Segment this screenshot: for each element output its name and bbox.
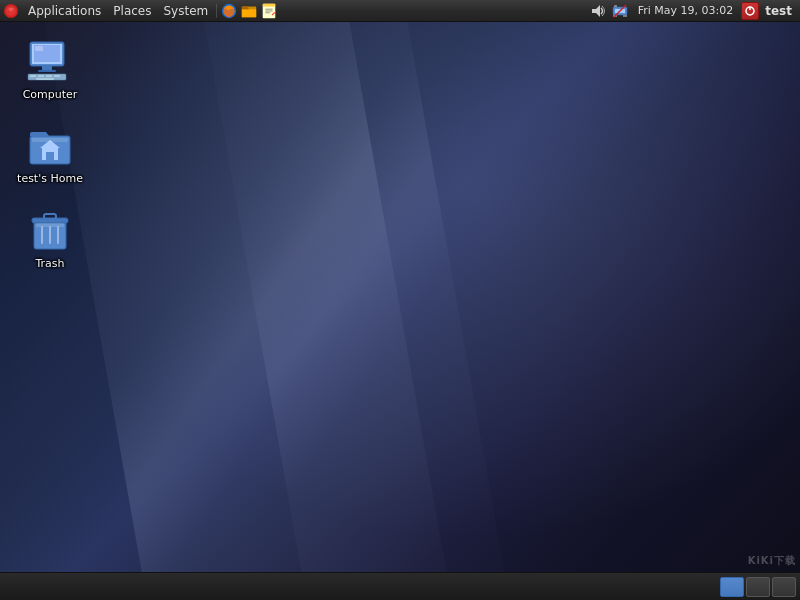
svg-rect-38 — [44, 214, 56, 219]
svg-rect-24 — [35, 46, 43, 51]
workspace-switcher — [720, 577, 796, 597]
workspace-3[interactable] — [772, 577, 796, 597]
taskbar-right: Fri May 19, 03:02 test — [588, 0, 800, 21]
svg-rect-22 — [42, 66, 52, 70]
trash-icon[interactable]: Trash — [10, 201, 90, 275]
svg-rect-23 — [38, 70, 56, 72]
bottom-taskbar — [0, 572, 800, 600]
workspace-1[interactable] — [720, 577, 744, 597]
svg-rect-15 — [614, 5, 617, 7]
svg-marker-10 — [592, 5, 600, 17]
gnome-foot-icon[interactable] — [0, 0, 22, 22]
svg-rect-42 — [36, 223, 64, 227]
computer-icon[interactable]: Computer — [10, 32, 90, 106]
volume-icon[interactable] — [588, 1, 608, 21]
desktop: Computer test's Home — [0, 22, 800, 600]
svg-rect-30 — [36, 78, 54, 80]
svg-rect-28 — [46, 75, 52, 77]
workspace-2[interactable] — [746, 577, 770, 597]
system-menu[interactable]: System — [157, 0, 214, 22]
computer-icon-image — [26, 36, 74, 84]
trash-icon-image — [26, 205, 74, 253]
power-button[interactable] — [741, 2, 759, 20]
top-taskbar: Applications Places System — [0, 0, 800, 22]
datetime-display: Fri May 19, 03:02 — [632, 4, 740, 17]
desktop-icons-container: Computer test's Home — [10, 32, 90, 275]
texteditor-icon[interactable] — [259, 1, 279, 21]
svg-rect-34 — [46, 152, 54, 160]
svg-rect-26 — [30, 75, 36, 77]
trash-label: Trash — [35, 257, 64, 271]
watermark: KiKi下载 — [748, 554, 796, 568]
filemanager-icon[interactable] — [239, 1, 259, 21]
home-label: test's Home — [17, 172, 83, 186]
home-icon[interactable]: test's Home — [10, 116, 90, 190]
applications-menu[interactable]: Applications — [22, 0, 107, 22]
firefox-icon[interactable] — [219, 1, 239, 21]
home-icon-image — [26, 120, 74, 168]
svg-rect-27 — [38, 75, 44, 77]
computer-label: Computer — [23, 88, 78, 102]
svg-rect-29 — [54, 75, 60, 77]
svg-rect-35 — [32, 138, 68, 142]
network-icon[interactable] — [610, 1, 630, 21]
divider-1 — [216, 4, 217, 18]
taskbar-left: Applications Places System — [0, 0, 279, 21]
places-menu[interactable]: Places — [107, 0, 157, 22]
username-label: test — [761, 4, 796, 18]
svg-rect-6 — [263, 3, 276, 6]
